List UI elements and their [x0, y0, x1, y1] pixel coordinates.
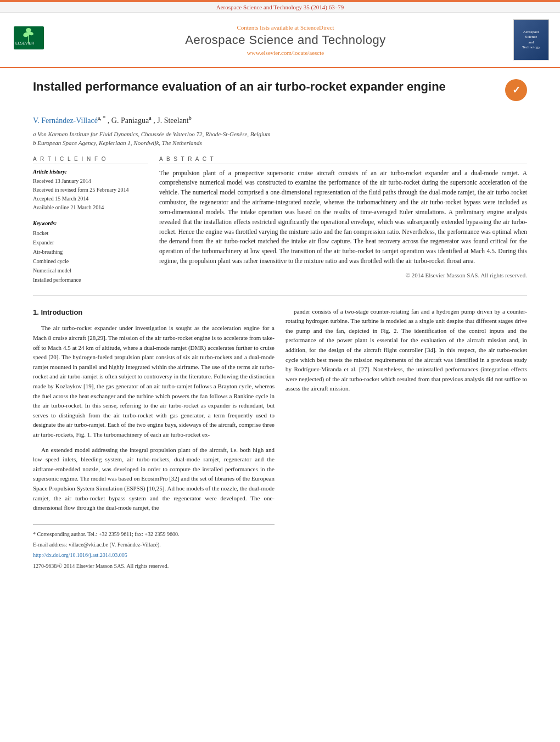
author2-sup: a	[149, 115, 151, 121]
keyword6: Installed performance	[33, 275, 148, 284]
section1-heading: 1. Introduction	[33, 307, 275, 319]
crossmark-badge[interactable]: ✓	[505, 79, 527, 101]
affiliation-a: a Von Karman Institute for Fluid Dynamic…	[33, 130, 527, 139]
article-title: Installed performance evaluation of an a…	[33, 79, 494, 95]
email-label: E-mail address: villace@vki.ac.be (V. Fe…	[33, 542, 161, 548]
received-revised-date: Received in revised form 25 February 201…	[33, 186, 148, 194]
affiliations: a Von Karman Institute for Fluid Dynamic…	[33, 130, 527, 148]
section1-p2-text: An extended model addressing the integra…	[33, 445, 275, 513]
footnote-corresponding: * Corresponding author. Tel.: +32 2359 9…	[33, 530, 275, 538]
header-right: AerospaceScienceandTechnology	[505, 19, 549, 60]
section1-paragraph2: An extended model addressing the integra…	[33, 445, 275, 513]
doi-text: http://dx.doi.org/10.1016/j.ast.2014.03.…	[33, 552, 127, 558]
issn-copyright: 1270-9638/© 2014 Elsevier Masson SAS. Al…	[33, 562, 275, 571]
keyword5: Numerical model	[33, 266, 148, 275]
elsevier-logo-container: ELSEVIER	[11, 24, 66, 56]
author2: , G. Paniagua	[108, 116, 149, 125]
main-content: 1. Introduction The air turbo-rocket exp…	[33, 307, 527, 571]
keywords-label: Keywords:	[33, 220, 148, 226]
copyright-line: © 2014 Elsevier Masson SAS. All rights r…	[159, 272, 527, 278]
header-center: Contents lists available at ScienceDirec…	[66, 24, 505, 56]
journal-url[interactable]: www.elsevier.com/locate/aescte	[66, 49, 505, 56]
history-label: Article history:	[33, 169, 148, 175]
section1-right-p1-text: pander consists of a two-stage counter-r…	[285, 307, 527, 394]
author3: , J. Steelant	[153, 116, 189, 125]
article-body: A R T I C L E I N F O Article history: R…	[33, 156, 527, 284]
article-info-col: A R T I C L E I N F O Article history: R…	[33, 156, 148, 284]
keyword1: Rocket	[33, 228, 148, 238]
section1-number: 1. Introduction	[33, 308, 82, 316]
abstract-text: The propulsion plant of a prospective su…	[159, 169, 527, 266]
footnote-email: E-mail address: villace@vki.ac.be (V. Fe…	[33, 540, 275, 549]
keywords-section: Keywords: Rocket Expander Air-breathing …	[33, 220, 148, 284]
keyword4: Combined cycle	[33, 256, 148, 266]
footnote-section: * Corresponding author. Tel.: +32 2359 9…	[33, 524, 275, 571]
abstract-col: A B S T R A C T The propulsion plant of …	[159, 156, 527, 284]
svg-text:ELSEVIER: ELSEVIER	[15, 41, 34, 45]
abstract-label: A B S T R A C T	[159, 156, 527, 164]
received-date: Received 13 January 2014	[33, 177, 148, 186]
author3-sup: b	[189, 115, 192, 121]
available-online-date: Available online 21 March 2014	[33, 203, 148, 212]
authors: V. Fernández-Villacéa, * , G. Paniaguaa …	[33, 115, 527, 125]
article-history: Article history: Received 13 January 201…	[33, 169, 148, 212]
author1-sup: a, *	[98, 115, 105, 121]
journal-thumbnail-text: AerospaceScienceandTechnology	[522, 30, 540, 49]
author1[interactable]: V. Fernández-Villacé	[33, 116, 98, 125]
sciencedirect-label[interactable]: ScienceDirect	[300, 24, 334, 31]
sciencedirect-link: Contents lists available at ScienceDirec…	[66, 24, 505, 31]
affiliation-b: b European Space Agency, Keplerlaan 1, N…	[33, 138, 527, 148]
keyword3: Air-breathing	[33, 247, 148, 256]
section1-paragraph1: The air turbo-rocket expander under inve…	[33, 323, 275, 439]
article-title-section: Installed performance evaluation of an a…	[33, 79, 527, 107]
section-divider	[33, 295, 527, 296]
accepted-date: Accepted 15 March 2014	[33, 194, 148, 203]
journal-title: Aerospace Science and Technology	[66, 33, 505, 47]
header: ELSEVIER Contents lists available at Sci…	[0, 13, 560, 68]
content-right: pander consists of a two-stage counter-r…	[285, 307, 527, 571]
content-left: 1. Introduction The air turbo-rocket exp…	[33, 307, 275, 571]
section1-right-p1: pander consists of a two-stage counter-r…	[285, 307, 527, 394]
article-info-label: A R T I C L E I N F O	[33, 156, 148, 164]
elsevier-logo: ELSEVIER	[11, 24, 60, 54]
svg-point-5	[26, 28, 31, 32]
journal-thumbnail: AerospaceScienceandTechnology	[513, 19, 549, 60]
section1-p1-text: The air turbo-rocket expander under inve…	[33, 323, 275, 439]
journal-info-bar: Aerospace Science and Technology 35 (201…	[0, 2, 560, 13]
keyword2: Expander	[33, 238, 148, 247]
article-container: Installed performance evaluation of an a…	[0, 68, 560, 582]
journal-citation: Aerospace Science and Technology 35 (201…	[216, 4, 344, 10]
doi-link[interactable]: http://dx.doi.org/10.1016/j.ast.2014.03.…	[33, 551, 275, 559]
